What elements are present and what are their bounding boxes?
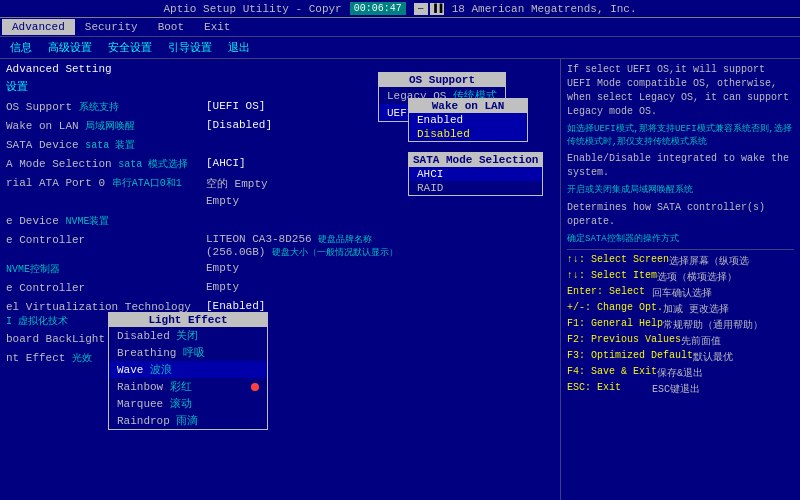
shortcut-desc-f1: 常规帮助（通用帮助） [663,318,763,332]
right-panel: If select UEFI OS,it will support UEFI M… [560,59,800,500]
menu-bar: Advanced Security Boot Exit [0,18,800,37]
sata-mode-label: A Mode Selection sata 模式选择 [6,157,206,171]
nvme-label: NVME控制器 [6,262,206,276]
shortcut-key-change: +/-: Change Opt. [567,302,663,316]
wake-lan-value[interactable]: [Disabled] [206,119,272,131]
sata-port0-value: 空的 Empty [206,176,268,191]
help-text-3: Determines how SATA controller(s) operat… [567,201,794,229]
e-controller-row: e Controller Empty [6,281,554,297]
nvme-device-label: e Device NVME装置 [6,214,206,228]
shortcut-item: ↑↓: Select Item选项（横项选择） [567,270,794,284]
shortcut-f4: F4: Save & Exit保存&退出 [567,366,794,380]
light-popup-breathing[interactable]: Breathing 呼吸 [109,344,267,361]
sub-menu-boot[interactable]: 引导设置 [160,38,220,57]
company-text: 18 American Megatrends, Inc. [452,3,637,15]
shortcut-f1: F1: General Help常规帮助（通用帮助） [567,318,794,332]
shortcut-key-item: ↑↓: Select Item [567,270,657,284]
help-text-cn-1: 如选择UEFI模式,那将支持UEFI模式兼容系统否则,选择传统模式时,那仅支持传… [567,123,794,148]
shortcut-key-f4: F4: Save & Exit [567,366,657,380]
nvme-label-row: NVME控制器 Empty [6,262,554,278]
light-popup-title: Light Effect [109,313,267,327]
shortcut-desc-item: 选项（横项选择） [657,270,737,284]
sub-menu-security[interactable]: 安全设置 [100,38,160,57]
title-bar: Aptio Setup Utility - Copyr 00:06:47 ─ ▐… [0,0,800,18]
help-text-cn-3: 确定SATA控制器的操作方式 [567,233,794,246]
help-text-2: Enable/Disable integrated to wake the sy… [567,152,794,180]
shortcut-key-esc: ESC: Exit [567,382,652,396]
menu-item-advanced[interactable]: Advanced [2,19,75,35]
sata-device-label: SATA Device sata 装置 [6,138,206,152]
light-popup-marquee[interactable]: Marquee 滚动 [109,395,267,412]
shortcut-desc-f3: 默认最优 [693,350,733,364]
nvme-controller-label: e Controller [6,233,206,247]
sata-popup: SATA Mode Selection AHCI RAID [408,152,543,196]
nvme-device-row: e Device NVME装置 [6,214,554,230]
shortcut-key-screen: ↑↓: Select Screen [567,254,669,268]
menu-item-exit[interactable]: Exit [194,19,240,35]
shortcut-desc-esc: ESC键退出 [652,382,700,396]
help-text-1: If select UEFI OS,it will support UEFI M… [567,63,794,119]
nvme-controller-row: e Controller LITEON CA3-8D256 硬盘品牌名称 (25… [6,233,554,259]
sub-menu-advanced[interactable]: 高级设置 [40,38,100,57]
timer-display: 00:06:47 [350,2,406,15]
nvme-controller-value: LITEON CA3-8D256 硬盘品牌名称 (256.0GB) 硬盘大小（一… [206,233,398,259]
help-divider [567,249,794,250]
shortcut-desc-f4: 保存&退出 [657,366,703,380]
wake-popup-enabled[interactable]: Enabled [409,113,527,127]
shortcut-enter: Enter: Select回车确认选择 [567,286,794,300]
minimize-icon[interactable]: ─ [414,3,428,15]
light-popup-raindrop[interactable]: Raindrop 雨滴 [109,412,267,429]
virt-value[interactable]: [Enabled] [206,300,265,312]
sub-menu-bar: 信息 高级设置 安全设置 引导设置 退出 [0,37,800,59]
shortcut-f2: F2: Previous Values先前面值 [567,334,794,348]
wake-popup-title: Wake on LAN [409,99,527,113]
shortcut-esc: ESC: ExitESC键退出 [567,382,794,396]
sata-popup-ahci[interactable]: AHCI [409,167,542,181]
sata-mode-value[interactable]: [AHCI] [206,157,246,169]
wake-popup: Wake on LAN Enabled Disabled [408,98,528,142]
e-controller-label: e Controller [6,281,206,295]
light-popup-wave[interactable]: Wave 波浪 [109,361,267,378]
light-popup: Light Effect Disabled 关闭 Breathing 呼吸 Wa… [108,312,268,430]
sata-port0-label: rial ATA Port 0 串行ATA口0和1 [6,176,206,190]
sata-popup-raid[interactable]: RAID [409,181,542,195]
shortcut-key-f3: F3: Optimized Default [567,350,693,364]
menu-item-security[interactable]: Security [75,19,148,35]
nvme-label-value: Empty [206,262,239,274]
shortcut-desc-enter: 回车确认选择 [652,286,712,300]
os-support-label: OS Support 系统支持 [6,100,206,114]
e-controller-value: Empty [206,281,239,293]
shortcut-key-f1: F1: General Help [567,318,663,332]
shortcut-key-enter: Enter: Select [567,286,652,300]
sub-menu-info[interactable]: 信息 [2,38,40,57]
sata-popup-title: SATA Mode Selection [409,153,542,167]
empty-value: Empty [206,195,239,207]
main-layout: Advanced Setting 设置 OS Support 系统支持 [UEF… [0,59,800,500]
menu-item-boot[interactable]: Boot [148,19,194,35]
sub-menu-exit[interactable]: 退出 [220,38,258,57]
title-text: Aptio Setup Utility - Copyr [163,3,341,15]
help-text-cn-2: 开启或关闭集成局域网唤醒系统 [567,184,794,197]
shortcut-desc-f2: 先前面值 [681,334,721,348]
wake-popup-disabled[interactable]: Disabled [409,127,527,141]
light-popup-rainbow[interactable]: Rainbow 彩红 [109,378,267,395]
shortcut-desc-screen: 选择屏幕（纵项选 [669,254,749,268]
window-controls: ─ ▐▐ [414,3,444,15]
shortcut-key-f2: F2: Previous Values [567,334,681,348]
wake-lan-label: Wake on LAN 局域网唤醒 [6,119,206,133]
shortcut-desc-change: 加减 更改选择 [663,302,729,316]
empty-row: Empty [6,195,554,211]
shortcut-f3: F3: Optimized Default默认最优 [567,350,794,364]
os-popup-title: OS Support [379,73,505,87]
shortcut-screen: ↑↓: Select Screen选择屏幕（纵项选 [567,254,794,268]
shortcut-change: +/-: Change Opt.加减 更改选择 [567,302,794,316]
light-effect-row: nt Effect 光效 [Wave] [6,351,554,367]
os-support-value[interactable]: [UEFI OS] [206,100,265,112]
pause-icon[interactable]: ▐▐ [430,3,444,15]
virt-row: el Virtualization TechnologyI 虚拟化技术 [Ena… [6,300,554,329]
light-popup-disabled[interactable]: Disabled 关闭 [109,327,267,344]
backlight-row: board BackLight Features 背光键盘特征（效果） [6,332,554,348]
